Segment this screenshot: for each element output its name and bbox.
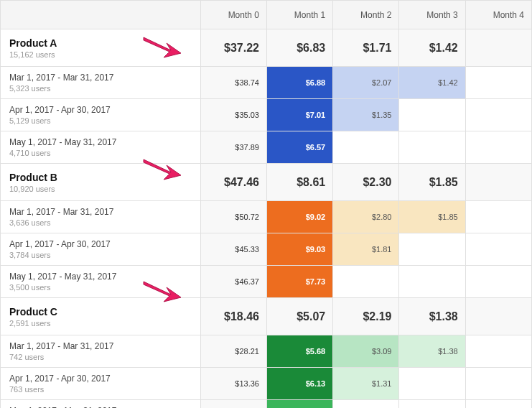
cohort-row: Mar 1, 2017 - Mar 31, 20175,323 users$38… [1,67,532,99]
product-users: 15,162 users [9,50,192,59]
data-cell [465,400,531,409]
cohort-row: Apr 1, 2017 - Apr 30, 20173,784 users$45… [1,233,532,266]
summary-value: $47.46 [201,164,266,200]
summary-value [466,164,531,200]
data-value [466,335,531,367]
cohort-date-range: May 1, 2017 - May 31, 2017 [9,137,192,147]
data-cell [333,131,399,164]
data-value: $9.02 [267,201,332,233]
summary-cell: $1.42 [399,29,465,67]
product-label-cell: Product C2,591 users [1,298,201,335]
data-cell: $35.03 [200,99,266,131]
data-value: $28.21 [201,335,266,367]
data-value [333,131,398,163]
cohort-row: Mar 1, 2017 - Mar 31, 20173,636 users$50… [1,201,532,233]
data-value [399,99,465,131]
data-cell: $1.85 [399,201,465,233]
data-cell [333,400,399,409]
data-cell [399,368,465,400]
data-value: $1.35 [333,99,398,131]
summary-value: $18.46 [201,298,266,335]
cohort-label-cell: Apr 1, 2017 - Apr 30, 2017763 users [1,368,201,400]
cohort-row: May 1, 2017 - May 31, 20171,086 users$15… [1,400,532,409]
cohort-row: Apr 1, 2017 - Apr 30, 2017763 users$13.3… [1,368,532,400]
data-value: $38.74 [201,67,266,98]
cohort-date-range: Mar 1, 2017 - Mar 31, 2017 [9,207,192,217]
data-value: $6.88 [267,67,332,98]
data-cell: $7.73 [266,266,332,298]
cohort-label-cell: Apr 1, 2017 - Apr 30, 20173,784 users [1,233,201,266]
summary-value: $2.30 [333,164,398,200]
data-value [399,400,465,408]
summary-cell: $1.38 [399,298,465,335]
data-cell [399,266,465,298]
header-month2: Month 2 [333,1,399,29]
cohort-date-range: Mar 1, 2017 - Mar 31, 2017 [9,73,192,83]
summary-cell [465,164,531,201]
data-cell: $9.03 [266,233,332,266]
cohort-users: 3,636 users [9,218,192,227]
data-cell [465,266,531,298]
header-month4: Month 4 [465,1,531,29]
summary-value [466,298,531,335]
data-cell: $2.07 [333,67,399,99]
data-value [466,266,531,297]
product-name: Product A [9,37,192,49]
data-value [466,131,531,163]
data-cell: $45.33 [200,233,266,266]
product-users: 2,591 users [9,319,192,328]
summary-value: $1.42 [399,29,465,66]
data-cell: $28.21 [200,335,266,368]
data-value [399,131,465,163]
data-cell: $38.74 [200,67,266,99]
summary-cell: $37.22 [200,29,266,67]
data-cell [465,201,531,233]
header-month3: Month 3 [399,1,465,29]
cohort-users: 742 users [9,353,192,361]
summary-cell: $18.46 [200,298,266,335]
cohort-date-range: May 1, 2017 - May 31, 2017 [9,272,192,282]
data-value [466,233,531,265]
data-cell: $5.68 [266,335,332,368]
data-cell: $13.36 [200,368,266,400]
data-value: $13.36 [201,368,266,399]
cohort-label-cell: May 1, 2017 - May 31, 20174,710 users [1,131,201,164]
summary-cell: $2.19 [333,298,399,335]
cohort-date-range: Apr 1, 2017 - Apr 30, 2017 [9,239,192,249]
cohort-label-cell: Mar 1, 2017 - Mar 31, 20175,323 users [1,67,201,99]
summary-cell: $5.07 [266,298,332,335]
cohort-label-cell: Mar 1, 2017 - Mar 31, 20173,636 users [1,201,201,233]
cohort-date-range: Apr 1, 2017 - Apr 30, 2017 [9,374,192,384]
product-label-cell: Product A15,162 users [1,29,201,67]
data-cell [399,131,465,164]
data-cell: $1.35 [333,99,399,131]
summary-value: $5.07 [267,298,332,335]
product-name: Product C [9,306,192,317]
data-cell: $6.57 [266,131,332,164]
data-value [466,201,531,233]
data-cell: $37.89 [200,131,266,164]
cohort-users: 763 users [9,385,192,394]
header-month0: Month 0 [200,1,266,29]
cohort-row: May 1, 2017 - May 31, 20174,710 users$37… [1,131,532,164]
product-users: 10,920 users [9,185,192,193]
data-cell [399,99,465,131]
summary-value: $8.61 [267,164,332,200]
data-value: $9.03 [267,233,332,265]
summary-cell: $6.83 [266,29,332,67]
header-empty [1,1,201,29]
data-value: $46.37 [201,266,266,297]
product-summary-row: Product A15,162 users$37.22$6.83$1.71$1.… [1,29,532,67]
data-value: $6.13 [267,368,332,399]
summary-value: $1.85 [399,164,465,200]
data-cell: $3.92 [266,400,332,409]
data-cell [465,99,531,131]
data-value: $1.81 [333,233,398,265]
data-value: $2.80 [333,201,398,233]
data-cell [465,131,531,164]
summary-value [466,29,531,66]
data-cell [465,67,531,99]
data-value: $5.68 [267,335,332,367]
data-value: $50.72 [201,201,266,233]
data-cell: $6.13 [266,368,332,400]
